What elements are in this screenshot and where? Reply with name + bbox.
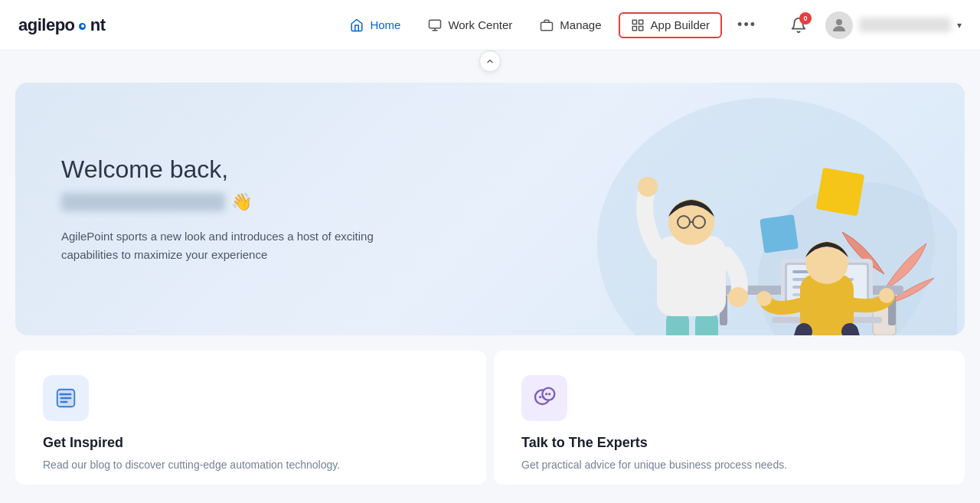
svg-rect-44 (760, 214, 799, 253)
collapse-nav-button[interactable] (479, 51, 501, 72)
nav-item-work-center[interactable]: Work Center (417, 12, 523, 38)
card-talk-to-experts-title: Talk to The Experts (521, 435, 937, 451)
nav-item-home[interactable]: Home (339, 12, 411, 38)
grid-icon (631, 18, 645, 32)
svg-point-54 (542, 396, 544, 398)
svg-point-42 (728, 287, 748, 307)
chevron-up-icon (485, 57, 495, 66)
svg-rect-36 (657, 236, 726, 316)
notification-badge: 0 (799, 12, 812, 24)
card-get-inspired-icon-wrap (43, 375, 89, 421)
svg-rect-6 (639, 26, 642, 30)
card-get-inspired[interactable]: Get Inspired Read our blog to discover c… (15, 351, 486, 485)
svg-rect-50 (59, 394, 63, 396)
svg-rect-43 (816, 168, 865, 217)
nav-item-app-builder-label: App Builder (651, 18, 710, 31)
nav-item-app-builder[interactable]: App Builder (619, 12, 723, 38)
nav-item-work-center-label: Work Center (448, 18, 512, 31)
svg-rect-0 (430, 20, 441, 28)
logo[interactable]: agilepo nt (18, 15, 106, 35)
svg-point-29 (879, 288, 894, 303)
nav-items: Home Work Center Manage (339, 11, 766, 39)
avatar (825, 11, 853, 39)
nav-right: 0 username ▾ (784, 11, 962, 40)
nav-item-manage-label: Manage (560, 18, 601, 31)
card-talk-to-experts[interactable]: Talk to The Experts Get practical advice… (494, 351, 965, 485)
more-dots-label: ••• (737, 17, 756, 33)
wave-emoji: 👋 (231, 192, 252, 212)
hero-content: Welcome back, username@example.com 👋 Agi… (15, 117, 475, 301)
nav-item-manage[interactable]: Manage (529, 12, 612, 38)
svg-rect-3 (541, 22, 553, 31)
hero-username-text: username@example.com (61, 193, 225, 211)
svg-point-56 (548, 393, 550, 395)
avatar-icon (830, 16, 848, 34)
bottom-cards: Get Inspired Read our blog to discover c… (15, 351, 965, 485)
svg-point-8 (836, 19, 842, 25)
illustration-svg (498, 90, 957, 335)
svg-point-27 (805, 241, 848, 284)
card-get-inspired-title: Get Inspired (43, 435, 459, 451)
navbar: agilepo nt Home (0, 0, 980, 51)
chat-icon (532, 386, 557, 410)
user-profile[interactable]: username ▾ (825, 11, 962, 39)
svg-point-53 (539, 396, 541, 398)
nav-item-home-label: Home (370, 18, 400, 31)
monitor-icon (428, 18, 442, 32)
card-talk-to-experts-description: Get practical advice for unique business… (521, 457, 937, 473)
hero-username-row: username@example.com 👋 (61, 192, 429, 212)
home-icon (350, 18, 364, 32)
svg-point-41 (638, 177, 658, 197)
chevron-down-icon: ▾ (957, 20, 962, 31)
notification-bell[interactable]: 0 (784, 11, 813, 40)
document-icon (54, 387, 77, 410)
svg-rect-7 (632, 26, 636, 30)
hero-description: AgilePoint sports a new look and introdu… (61, 227, 429, 264)
svg-rect-4 (632, 20, 636, 24)
hero-welcome-title: Welcome back, (61, 154, 429, 186)
svg-point-55 (545, 393, 547, 395)
svg-point-28 (756, 291, 772, 306)
user-name: username (859, 18, 951, 32)
card-get-inspired-description: Read our blog to discover cutting-edge a… (43, 457, 459, 473)
nav-more[interactable]: ••• (728, 11, 766, 39)
card-talk-to-experts-icon-wrap (521, 375, 567, 421)
briefcase-icon (540, 18, 554, 32)
hero-section: Welcome back, username@example.com 👋 Agi… (15, 83, 965, 335)
svg-rect-5 (639, 20, 642, 24)
hero-illustration (490, 83, 965, 335)
